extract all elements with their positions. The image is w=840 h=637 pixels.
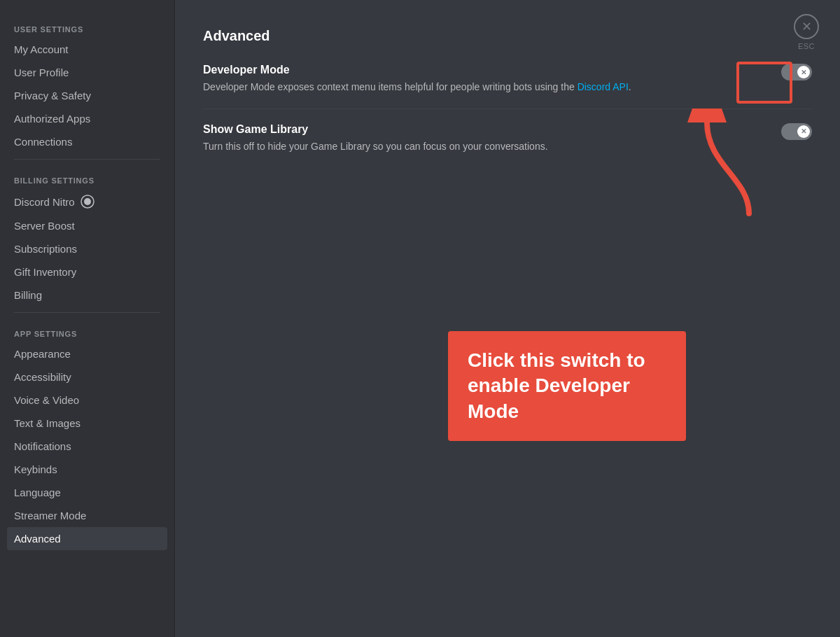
game-library-row: Show Game Library Turn this off to hide …	[203, 123, 812, 168]
sidebar-item-label-streamer-mode: Streamer Mode	[14, 510, 86, 522]
sidebar-item-gift-inventory[interactable]: Gift Inventory	[7, 260, 167, 284]
developer-mode-description: Developer Mode exposes context menu item…	[203, 80, 767, 94]
sidebar-item-language[interactable]: Language	[7, 481, 167, 504]
sidebar-item-connections[interactable]: Connections	[7, 130, 167, 153]
game-library-name: Show Game Library	[203, 123, 767, 136]
sidebar-item-advanced[interactable]: Advanced	[7, 527, 167, 550]
sidebar-item-label-accessibility: Accessibility	[14, 371, 71, 383]
sidebar-item-accessibility[interactable]: Accessibility	[7, 365, 167, 388]
developer-mode-desc-suffix: .	[629, 81, 631, 92]
sidebar-item-authorized-apps[interactable]: Authorized Apps	[7, 107, 167, 130]
sidebar-item-label-discord-nitro: Discord Nitro	[14, 196, 75, 208]
sidebar-item-streamer-mode[interactable]: Streamer Mode	[7, 504, 167, 527]
sidebar-item-label-notifications: Notifications	[14, 440, 71, 452]
svg-point-1	[84, 198, 91, 205]
sidebar-item-label-server-boost: Server Boost	[14, 220, 75, 232]
sidebar-item-server-boost[interactable]: Server Boost	[7, 214, 167, 237]
sidebar-divider-1	[14, 312, 160, 313]
toggle-x-icon-2: ✕	[801, 127, 806, 135]
close-button[interactable]: ✕	[794, 14, 819, 39]
game-library-thumb: ✕	[797, 125, 810, 138]
game-library-description: Turn this off to hide your Game Library …	[203, 140, 767, 154]
developer-mode-toggle[interactable]: ✕	[781, 64, 812, 80]
developer-mode-track: ✕	[781, 64, 812, 80]
call-to-action-box: Click this switch to enable Developer Mo…	[448, 331, 686, 441]
sidebar-item-my-account[interactable]: My Account	[7, 38, 167, 61]
sidebar-item-subscriptions[interactable]: Subscriptions	[7, 237, 167, 260]
sidebar-item-privacy-safety[interactable]: Privacy & Safety	[7, 84, 167, 107]
sidebar-item-label-subscriptions: Subscriptions	[14, 243, 77, 255]
sidebar-item-notifications[interactable]: Notifications	[7, 435, 167, 458]
sidebar-section-0: USER SETTINGS	[7, 14, 167, 38]
developer-mode-desc-prefix: Developer Mode exposes context menu item…	[203, 81, 578, 92]
sidebar-item-user-profile[interactable]: User Profile	[7, 61, 167, 84]
call-to-action-text: Click this switch to enable Developer Mo…	[468, 348, 666, 424]
sidebar-item-label-connections: Connections	[14, 136, 72, 148]
sidebar-item-label-appearance: Appearance	[14, 348, 71, 360]
game-library-track: ✕	[781, 123, 812, 140]
settings-section: Developer Mode Developer Mode exposes co…	[203, 64, 812, 167]
sidebar-item-label-language: Language	[14, 486, 61, 498]
sidebar-item-appearance[interactable]: Appearance	[7, 342, 167, 365]
developer-mode-thumb: ✕	[797, 66, 810, 78]
sidebar-section-2: APP SETTINGS	[7, 318, 167, 342]
developer-mode-text: Developer Mode Developer Mode exposes co…	[203, 64, 781, 94]
sidebar-item-billing[interactable]: Billing	[7, 284, 167, 307]
toggle-x-icon: ✕	[801, 69, 806, 76]
sidebar-divider-0	[14, 159, 160, 160]
developer-mode-row: Developer Mode Developer Mode exposes co…	[203, 64, 812, 109]
sidebar-item-label-text-images: Text & Images	[14, 417, 80, 429]
sidebar-item-label-privacy-safety: Privacy & Safety	[14, 90, 91, 102]
sidebar-item-voice-video[interactable]: Voice & Video	[7, 388, 167, 412]
esc-label: ESC	[798, 42, 815, 50]
sidebar-item-label-voice-video: Voice & Video	[14, 394, 79, 406]
discord-api-link[interactable]: Discord API	[578, 81, 629, 92]
game-library-text: Show Game Library Turn this off to hide …	[203, 123, 781, 154]
sidebar-item-label-my-account: My Account	[14, 43, 69, 55]
sidebar-item-discord-nitro[interactable]: Discord Nitro	[7, 189, 167, 214]
nitro-icon	[80, 195, 94, 209]
sidebar-item-label-authorized-apps: Authorized Apps	[14, 113, 90, 125]
sidebar-item-label-keybinds: Keybinds	[14, 463, 57, 475]
sidebar-item-label-advanced: Advanced	[14, 533, 61, 545]
sidebar-item-label-gift-inventory: Gift Inventory	[14, 266, 76, 278]
sidebar-item-label-billing: Billing	[14, 289, 42, 301]
close-button-area[interactable]: ✕ ESC	[794, 14, 819, 50]
sidebar-item-label-user-profile: User Profile	[14, 66, 69, 78]
page-title: Advanced	[203, 28, 812, 44]
close-icon: ✕	[802, 19, 812, 34]
sidebar-item-keybinds[interactable]: Keybinds	[7, 458, 167, 481]
sidebar-section-1: BILLING SETTINGS	[7, 165, 167, 189]
game-library-toggle[interactable]: ✕	[781, 123, 812, 140]
developer-mode-name: Developer Mode	[203, 64, 767, 76]
main-content: Advanced Developer Mode Developer Mode e…	[175, 0, 840, 637]
sidebar-item-text-images[interactable]: Text & Images	[7, 412, 167, 435]
sidebar: USER SETTINGSMy AccountUser ProfilePriva…	[0, 0, 175, 637]
